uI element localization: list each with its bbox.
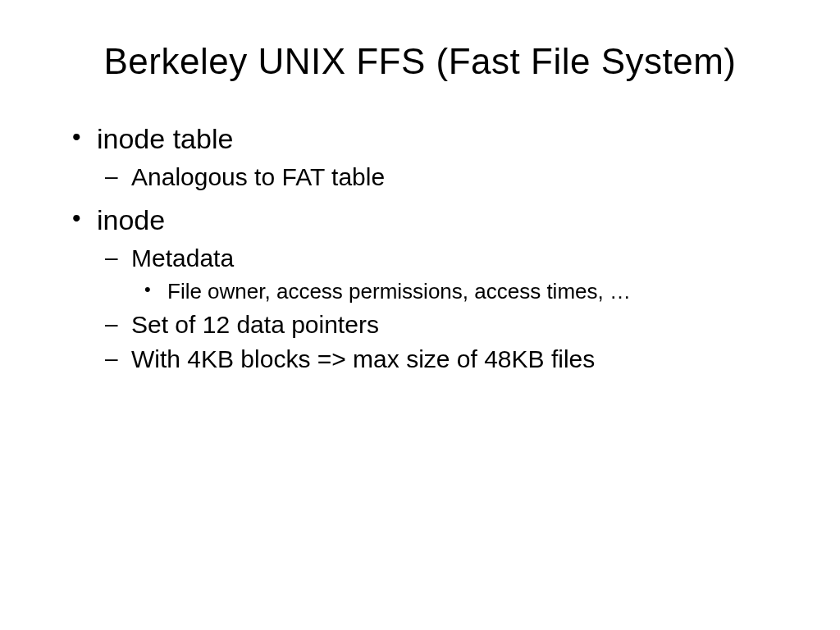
slide-content: inode table Analogous to FAT table inode… bbox=[57, 123, 783, 373]
bullet-level2: With 4KB blocks => max size of 48KB file… bbox=[66, 345, 783, 373]
bullet-level1: inode bbox=[66, 204, 783, 236]
bullet-level2: Metadata bbox=[66, 244, 783, 272]
bullet-level3: File owner, access permissions, access t… bbox=[66, 279, 783, 304]
bullet-level1: inode table bbox=[66, 123, 783, 155]
slide-title: Berkeley UNIX FFS (Fast File System) bbox=[57, 41, 783, 82]
bullet-level2: Set of 12 data pointers bbox=[66, 311, 783, 339]
bullet-level2: Analogous to FAT table bbox=[66, 163, 783, 191]
